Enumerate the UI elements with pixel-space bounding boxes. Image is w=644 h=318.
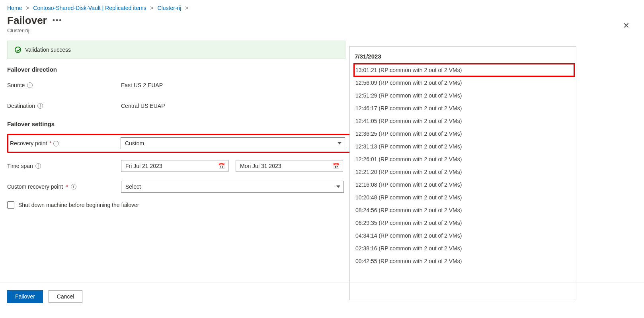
time-span-from-value: Fri Jul 21 2023 — [125, 163, 162, 169]
shutdown-label: Shut down machine before beginning the f… — [18, 202, 139, 208]
info-icon[interactable]: i — [71, 184, 76, 189]
required-asterisk: * — [49, 140, 51, 146]
shutdown-checkbox[interactable] — [7, 201, 14, 209]
recovery-point-item[interactable]: 02:38:16 (RP common with 2 out of 2 VMs) — [354, 242, 574, 255]
shutdown-row: Shut down machine before beginning the f… — [7, 201, 351, 209]
breadcrumb: Home > Contoso-Shared-Disk-Vault | Repli… — [0, 0, 644, 14]
validation-banner: Validation success — [7, 41, 345, 59]
recovery-point-item[interactable]: 12:31:13 (RP common with 2 out of 2 VMs) — [354, 140, 574, 153]
recovery-point-item[interactable]: 12:56:09 (RP common with 2 out of 2 VMs) — [354, 76, 574, 89]
recovery-point-item[interactable]: 12:16:08 (RP common with 2 out of 2 VMs) — [354, 178, 574, 191]
recovery-point-item[interactable]: 12:51:29 (RP common with 2 out of 2 VMs) — [354, 89, 574, 102]
breadcrumb-sep: > — [26, 5, 29, 11]
calendar-icon: 📅 — [218, 163, 225, 169]
recovery-point-select-value: Custom — [125, 140, 144, 146]
page-subtitle: Cluster-rij — [0, 27, 644, 39]
source-label: Source — [7, 82, 25, 88]
title-row: Failover ••• — [0, 14, 644, 27]
info-icon[interactable]: i — [27, 82, 33, 88]
info-icon[interactable]: i — [35, 163, 41, 169]
time-span-to-input[interactable]: Mon Jul 31 2023 📅 — [236, 160, 343, 172]
required-asterisk: * — [66, 183, 68, 190]
recovery-point-row: Recovery point * i Custom — [7, 134, 351, 153]
failover-button[interactable]: Failover — [7, 290, 43, 303]
validation-text: Validation success — [25, 47, 71, 53]
time-span-from-input[interactable]: Fri Jul 21 2023 📅 — [121, 160, 228, 172]
recovery-point-date-header: 7/31/2023 — [354, 51, 574, 64]
recovery-point-scroll[interactable]: 7/31/2023 13:01:21 (RP common with 2 out… — [350, 47, 576, 300]
chevron-down-icon — [338, 142, 342, 144]
recovery-point-item[interactable]: 08:24:56 (RP common with 2 out of 2 VMs) — [354, 204, 574, 217]
breadcrumb-sep: > — [150, 5, 154, 11]
more-actions-button[interactable]: ••• — [53, 16, 62, 25]
recovery-point-item[interactable]: 06:29:35 (RP common with 2 out of 2 VMs) — [354, 217, 574, 229]
breadcrumb-cluster[interactable]: Cluster-rij — [158, 5, 181, 11]
time-span-to-value: Mon Jul 31 2023 — [240, 163, 281, 169]
recovery-point-label: Recovery point — [10, 140, 47, 146]
source-value: East US 2 EUAP — [121, 82, 351, 88]
page-title: Failover — [7, 14, 47, 27]
close-button[interactable]: ✕ — [623, 21, 630, 30]
recovery-point-item[interactable]: 10:20:48 (RP common with 2 out of 2 VMs) — [354, 191, 574, 204]
footer-actions: Failover Cancel — [0, 283, 644, 310]
breadcrumb-vault[interactable]: Contoso-Shared-Disk-Vault | Replicated i… — [33, 5, 146, 11]
info-icon[interactable]: i — [53, 141, 59, 146]
recovery-point-item[interactable]: 12:26:01 (RP common with 2 out of 2 VMs) — [354, 153, 574, 166]
breadcrumb-home[interactable]: Home — [7, 5, 22, 11]
destination-label: Destination — [7, 103, 35, 109]
recovery-point-item[interactable]: 12:21:20 (RP common with 2 out of 2 VMs) — [354, 166, 574, 178]
time-span-label: Time span — [7, 163, 33, 169]
form-area: Failover direction Source i East US 2 EU… — [0, 66, 358, 209]
custom-recovery-point-label: Custom recovery point — [7, 183, 63, 190]
breadcrumb-sep: > — [185, 5, 188, 11]
chevron-down-icon — [336, 185, 340, 188]
cancel-button[interactable]: Cancel — [49, 290, 83, 303]
calendar-icon: 📅 — [333, 163, 340, 169]
source-row: Source i East US 2 EUAP — [7, 79, 351, 91]
recovery-point-item[interactable]: 13:01:21 (RP common with 2 out of 2 VMs) — [354, 64, 574, 76]
recovery-point-item[interactable]: 12:41:05 (RP common with 2 out of 2 VMs) — [354, 115, 574, 127]
recovery-point-item[interactable]: 12:36:25 (RP common with 2 out of 2 VMs) — [354, 127, 574, 140]
recovery-point-item[interactable]: 04:34:14 (RP common with 2 out of 2 VMs) — [354, 229, 574, 242]
recovery-point-list-panel: 7/31/2023 13:01:21 (RP common with 2 out… — [349, 46, 576, 300]
recovery-point-item[interactable]: 00:42:55 (RP common with 2 out of 2 VMs) — [354, 255, 574, 267]
custom-recovery-point-row: Custom recovery point * i Select — [7, 181, 351, 193]
failover-direction-heading: Failover direction — [7, 66, 351, 73]
recovery-point-select[interactable]: Custom — [121, 137, 345, 149]
info-icon[interactable]: i — [37, 103, 43, 109]
recovery-point-item[interactable]: 12:46:17 (RP common with 2 out of 2 VMs) — [354, 102, 574, 115]
time-span-row: Time span i Fri Jul 21 2023 📅 Mon Jul 31… — [7, 160, 351, 172]
failover-settings-heading: Failover settings — [7, 121, 351, 127]
success-check-icon — [15, 47, 21, 53]
custom-recovery-point-select[interactable]: Select — [121, 181, 344, 193]
destination-value: Central US EUAP — [121, 103, 351, 109]
custom-recovery-point-value: Select — [125, 183, 141, 190]
destination-row: Destination i Central US EUAP — [7, 100, 351, 112]
